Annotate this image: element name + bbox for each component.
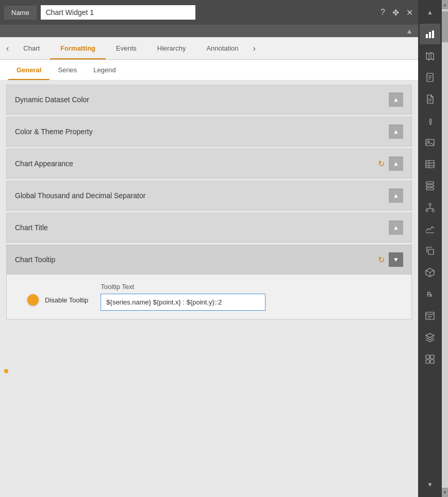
report2-icon [425, 311, 435, 321]
accordion-header-chart-title[interactable]: Chart Title ▲ [6, 213, 412, 243]
accordion-header-chart-tooltip[interactable]: Chart Tooltip ↻ ▼ [6, 245, 412, 275]
accordion-chart-appearance: Chart Appearance ↻ ▲ [6, 149, 412, 179]
map-icon [425, 51, 435, 61]
analytics-icon [425, 224, 435, 234]
disable-tooltip-label: Disable Tooltip [45, 296, 88, 304]
dynamic-dataset-color-label: Dynamic Dataset Color [15, 95, 89, 104]
toggle-knob [27, 294, 39, 306]
sidebar-icon-rx[interactable]: ℞ [420, 284, 440, 304]
svg-line-30 [426, 270, 430, 272]
subtab-series[interactable]: Series [49, 60, 85, 80]
sidebar-icon-hierarchy[interactable] [420, 197, 440, 218]
accordion-chart-tooltip: Chart Tooltip ↻ ▼ Disable Tooltip [6, 245, 412, 319]
orange-indicator-dot [4, 369, 8, 373]
sidebar-icon-chart-bar[interactable] [420, 24, 440, 44]
cube-icon [425, 267, 435, 278]
disable-tooltip-section: Disable Tooltip [15, 293, 88, 307]
sidebar-icon-table[interactable] [420, 154, 440, 174]
svg-rect-37 [430, 355, 434, 359]
accordion-chevron-chart-tooltip[interactable]: ▼ [389, 252, 403, 267]
tooltip-text-label: Tooltip Text [101, 283, 266, 291]
tab-prev-arrow[interactable]: ‹ [2, 38, 13, 59]
accordion-chevron-chart-title[interactable]: ▲ [389, 220, 403, 235]
name-label: Name [4, 6, 37, 20]
data-icon [425, 181, 435, 191]
svg-rect-28 [428, 249, 434, 254]
chart-tooltip-refresh-icon[interactable]: ↻ [378, 255, 385, 265]
tab-events[interactable]: Events [106, 37, 147, 59]
close-icon[interactable]: ✕ [405, 7, 414, 19]
svg-rect-19 [426, 188, 434, 190]
chart-bar-icon [425, 29, 435, 39]
color-theme-label: Color & Theme Property [15, 127, 93, 136]
help-icon[interactable]: ? [379, 7, 386, 18]
move-icon[interactable]: ✥ [391, 7, 400, 19]
svg-rect-36 [426, 355, 429, 359]
grid-icon [425, 354, 435, 364]
table-icon [425, 159, 435, 169]
accordion-header-chart-appearance[interactable]: Chart Appearance ↻ ▲ [6, 149, 412, 179]
svg-rect-13 [426, 161, 434, 168]
subtab-general[interactable]: General [8, 60, 49, 80]
sidebar-icon-cube[interactable] [420, 262, 440, 283]
panel-content: Dynamic Dataset Color ▲ Color & Theme Pr… [0, 81, 418, 497]
top-bar-icons: ? ✥ ✕ [379, 7, 414, 19]
scrollbar-thumb[interactable] [442, 11, 448, 42]
accordion-chevron-dynamic-dataset-color[interactable]: ▲ [389, 92, 403, 107]
sidebar-icon-copy[interactable] [420, 241, 440, 261]
accordion-dynamic-dataset-color: Dynamic Dataset Color ▲ [6, 85, 412, 115]
tab-chart[interactable]: Chart [13, 37, 50, 59]
sidebar-icon-analytics[interactable] [420, 219, 440, 239]
global-separator-label: Global Thousand and Decimal Separator [15, 191, 145, 200]
tab-hierarchy[interactable]: Hierarchy [147, 37, 196, 59]
accordion-chevron-global-separator[interactable]: ▲ [389, 188, 403, 203]
tooltip-text-input[interactable] [101, 294, 266, 311]
sidebar-icon-report[interactable] [420, 67, 440, 88]
svg-rect-21 [426, 210, 428, 212]
svg-rect-38 [426, 360, 429, 363]
sidebar-icon-code[interactable]: {} [420, 110, 440, 131]
svg-rect-0 [426, 34, 428, 38]
sidebar-icon-image[interactable] [420, 132, 440, 153]
scrollbar-up-btn[interactable]: ▲ [442, 0, 448, 9]
chart-appearance-refresh-icon[interactable]: ↻ [378, 159, 385, 169]
sidebar-icon-report2[interactable] [420, 306, 440, 326]
sidebar-icon-data[interactable] [420, 175, 440, 196]
layers-icon [425, 332, 435, 343]
accordion-global-separator: Global Thousand and Decimal Separator ▲ [6, 181, 412, 211]
svg-rect-20 [429, 203, 431, 205]
accordion-header-global-separator[interactable]: Global Thousand and Decimal Separator ▲ [6, 181, 412, 211]
panel-up-icon[interactable]: ▲ [405, 26, 414, 36]
subtab-legend[interactable]: Legend [85, 60, 124, 80]
sidebar-scroll-up[interactable]: ▲ [420, 2, 440, 23]
tooltip-row: Disable Tooltip Tooltip Text [15, 283, 403, 311]
tab-navigation: ‹ Chart Formatting Events Hierarchy Anno… [0, 37, 418, 60]
scrollbar-down-btn[interactable]: ▼ [442, 488, 448, 497]
tab-next-arrow[interactable]: › [249, 38, 260, 59]
accordion-header-color-theme[interactable]: Color & Theme Property ▲ [6, 117, 412, 147]
scrollbar-track [442, 9, 448, 488]
accordion-header-dynamic-dataset-color[interactable]: Dynamic Dataset Color ▲ [6, 85, 412, 115]
sidebar-icon-layers[interactable] [420, 327, 440, 348]
sidebar-icon-map[interactable] [420, 45, 440, 66]
accordion-chevron-chart-appearance[interactable]: ▲ [389, 156, 403, 171]
report-icon [425, 72, 435, 83]
chart-tooltip-label: Chart Tooltip [15, 255, 55, 264]
svg-rect-1 [429, 32, 431, 38]
scrollbar: ▲ ▼ [442, 0, 448, 497]
svg-rect-39 [430, 360, 434, 363]
right-sidebar: ▲ {} [418, 0, 442, 497]
svg-rect-17 [426, 182, 434, 184]
tab-annotation[interactable]: Annotation [196, 37, 248, 59]
tab-formatting[interactable]: Formatting [50, 37, 106, 59]
accordion-chevron-color-theme[interactable]: ▲ [389, 124, 403, 139]
sidebar-icon-grid[interactable] [420, 349, 440, 370]
sidebar-scroll-down[interactable]: ▼ [420, 474, 440, 495]
svg-rect-32 [426, 312, 434, 319]
accordion-chart-title: Chart Title ▲ [6, 213, 412, 243]
disable-tooltip-toggle[interactable] [15, 293, 40, 307]
svg-rect-18 [426, 185, 434, 187]
sidebar-icon-document[interactable] [420, 89, 440, 109]
svg-line-29 [430, 270, 434, 272]
widget-title-input[interactable] [41, 5, 195, 20]
